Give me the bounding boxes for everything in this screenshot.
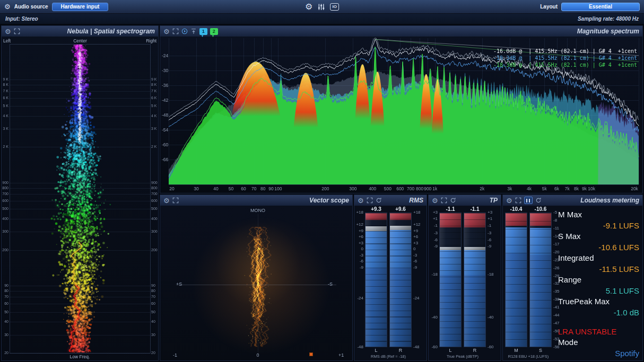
- meter-scale-tick: +1: [429, 217, 438, 221]
- stat-label-mode: Mode: [558, 337, 639, 348]
- gear-icon[interactable]: ⚙: [5, 28, 11, 35]
- fullscreen-icon[interactable]: [515, 197, 521, 204]
- freq-tick-label: 5 K: [151, 104, 158, 108]
- fullscreen-icon[interactable]: [14, 28, 20, 34]
- meter-scale-tick: -20: [553, 250, 566, 254]
- reset-icon[interactable]: [535, 197, 542, 204]
- freq-tick-label: 400: [2, 217, 8, 221]
- hardware-input-button[interactable]: Hardware input: [52, 3, 109, 11]
- gear-icon[interactable]: ⚙: [163, 28, 170, 35]
- meter-scale-tick: -38: [553, 297, 566, 302]
- fullscreen-icon[interactable]: [441, 197, 447, 204]
- freq-tick-label: 70: [151, 295, 158, 299]
- cursor-readouts: -16.0dB @ | 415.5Hz (82.1 cm) | G# 4 +1c…: [493, 48, 637, 68]
- meter-scale-tick: +9: [413, 229, 426, 233]
- app-root: ⚙ Audio source Hardware input ⚙ IO Layou…: [0, 0, 644, 362]
- axis-center-label: Center: [64, 38, 97, 43]
- scale-minus-one-label: -1: [173, 352, 177, 358]
- freq-tick-label: 7 K: [2, 89, 8, 93]
- meter-scale-tick: -1: [488, 224, 500, 228]
- rms-caption: RMS dB (Ref = -18): [363, 354, 414, 359]
- meter-tick-lines: [390, 213, 411, 347]
- stat-label-m-max: M Max: [558, 209, 639, 220]
- tp-meters: -1.1-1.1+3+3+1+1-1-1-3-3-6-6-9-9-18-18-4…: [429, 206, 501, 360]
- peak-hold-icon[interactable]: [190, 28, 197, 34]
- rms-value-L: +9.3: [362, 206, 390, 212]
- readout-line-1: -16.0dB @ | 415.5Hz (82.1 cm) | G# 4 +1c…: [493, 48, 637, 55]
- freq-tick-label: 300: [2, 229, 8, 234]
- meter-scale-tick: -23: [553, 258, 566, 262]
- input-status-label: Input: Stereo: [5, 16, 38, 22]
- meter-scale-tick: -41: [553, 305, 566, 310]
- meter-scale-tick: -6: [429, 238, 438, 242]
- rms-meter-L: [365, 213, 387, 347]
- freq-tick-label: 4 K: [2, 114, 8, 118]
- meter-tick-lines: [530, 213, 551, 347]
- meter-scale-tick: -60: [429, 345, 438, 349]
- meter-scale-tick: -44: [553, 313, 566, 317]
- audio-settings-gear-icon[interactable]: ⚙: [4, 3, 11, 10]
- meter-scale-tick: +3: [354, 241, 363, 245]
- fullscreen-icon[interactable]: [172, 197, 179, 204]
- freq-tick-label: 7 K: [151, 89, 158, 93]
- fullscreen-icon[interactable]: [367, 197, 373, 204]
- rms-channel-label: L: [365, 348, 387, 353]
- io-routing-icon[interactable]: IO: [330, 3, 338, 11]
- play-icon[interactable]: [181, 28, 188, 34]
- channel-sliders-icon[interactable]: [317, 3, 325, 11]
- slot-1-caret-icon: ▾: [202, 34, 204, 38]
- gear-icon[interactable]: ⚙: [358, 197, 364, 204]
- loudness-meters: M Max-9.1 LUFSS Max-10.6 LUFSIntegrated-…: [503, 206, 642, 360]
- pause-button[interactable]: [524, 197, 533, 204]
- meter-scale-tick: -18: [488, 272, 500, 277]
- stat-label-truepeak-max: TruePeak Max: [558, 296, 639, 307]
- meter-scale-tick: -50: [553, 329, 566, 333]
- magnitude-spectrum-body: -16.0dB @ | 415.5Hz (82.1 cm) | G# 4 +1c…: [160, 37, 642, 193]
- freq-tick-label: 400: [151, 217, 158, 221]
- stats-spacer: [558, 318, 639, 326]
- meter-scale-tick: +12: [354, 223, 363, 227]
- fullscreen-icon[interactable]: [172, 28, 179, 34]
- rms-meter-R: [389, 213, 412, 347]
- rms-panel-title: RMS: [409, 197, 423, 204]
- stat-label-range: Range: [558, 275, 639, 285]
- meter-scale-tick: +3: [429, 210, 438, 215]
- gear-icon[interactable]: ⚙: [163, 197, 170, 204]
- essential-layout-button[interactable]: Essential: [561, 3, 640, 11]
- meter-scale-tick: -6: [413, 259, 426, 263]
- layout-group: Layout Essential: [540, 3, 640, 11]
- balance-marker: [309, 352, 313, 356]
- slot-2-wrap: 2 ▾: [210, 28, 218, 35]
- meter-scale-tick: -5: [553, 210, 566, 215]
- freq-tick-label: 800: [151, 186, 158, 190]
- freq-tick-label: 700: [2, 192, 8, 196]
- loudness-panel-title: Loudness metering: [580, 197, 639, 204]
- tp-panel-header: ⚙ TP: [429, 195, 501, 206]
- plus-s-label: +S: [176, 281, 182, 287]
- tp-value-R: -1.1: [461, 206, 489, 212]
- pause-bar-icon: [529, 199, 530, 202]
- meter-scale-tick: -1: [429, 224, 438, 228]
- meter-scale-tick: -3: [429, 231, 438, 235]
- reset-icon[interactable]: [376, 197, 382, 204]
- gear-icon[interactable]: ⚙: [432, 197, 438, 204]
- loudness-panel-header: ⚙ Loudness metering: [503, 195, 642, 206]
- settings-gear-icon[interactable]: ⚙: [305, 3, 312, 11]
- freq-tick-label: 2 K: [2, 145, 8, 149]
- meter-scale-tick: -3: [488, 231, 500, 235]
- freq-tick-label: 4 K: [151, 114, 158, 118]
- freq-tick-label: 80: [151, 289, 158, 293]
- freq-tick-label: 30: [151, 333, 158, 337]
- spatial-spectrogram-body: Left Center Right Low Freq. 9 K9 K8 K8 K…: [2, 37, 158, 360]
- meter-scale-tick: -48: [413, 345, 426, 349]
- gear-icon[interactable]: ⚙: [506, 197, 512, 204]
- freq-tick-label: 80: [2, 289, 8, 293]
- rms-meters: +9.3+9.6+18+18+12+12+9+9+6+6+3+300-3-3-6…: [354, 206, 427, 360]
- stat-label-integrated: Integrated: [558, 253, 639, 263]
- magnitude-spectrum-panel: ⚙ 1 ▾ 2 ▾ Magnitude spectrum -16.0dB @ |…: [160, 25, 643, 193]
- meter-scale-tick: -17: [553, 242, 566, 246]
- reset-icon[interactable]: [450, 197, 456, 204]
- meter-scale-tick: +3: [488, 210, 500, 215]
- pause-bar-icon: [526, 199, 527, 202]
- loudness-panel: ⚙ Loudness metering M Max-9.1 LUFSS Max-…: [502, 195, 643, 361]
